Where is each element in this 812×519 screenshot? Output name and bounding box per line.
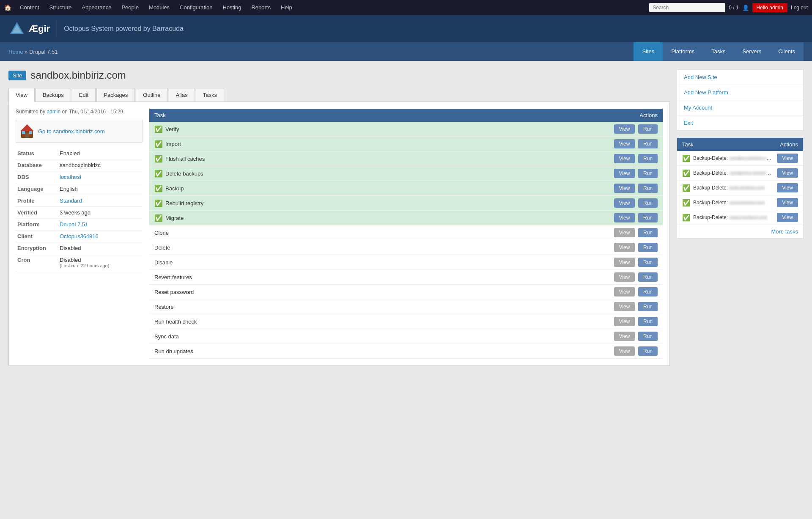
- view-button[interactable]: View: [614, 332, 635, 341]
- profile-link[interactable]: Standard: [60, 198, 82, 204]
- nav-configuration[interactable]: Configuration: [175, 0, 217, 15]
- site-badge: Site: [8, 71, 26, 80]
- run-button[interactable]: Run: [638, 287, 658, 297]
- info-label-database: Database: [16, 159, 58, 171]
- run-button[interactable]: Run: [638, 124, 658, 134]
- tab-packages[interactable]: Packages: [96, 88, 135, 102]
- site-link[interactable]: Go to sandbox.binbiriz.com: [38, 128, 105, 135]
- sidebar-view-button[interactable]: View: [777, 154, 798, 163]
- sidebar-check-icon: ✅: [682, 169, 691, 177]
- nav-items: Content Structure Appearance People Modu…: [15, 0, 649, 15]
- tab-edit[interactable]: Edit: [72, 88, 96, 102]
- task-name-cell: ✅Import: [149, 137, 417, 151]
- tab-alias[interactable]: Alias: [169, 88, 195, 102]
- view-button[interactable]: View: [614, 184, 635, 193]
- run-button[interactable]: Run: [638, 198, 658, 208]
- sidebar-check-icon: ✅: [682, 199, 691, 207]
- breadcrumb-home[interactable]: Home: [8, 49, 23, 55]
- nav-hosting[interactable]: Hosting: [217, 0, 246, 15]
- nav-reports[interactable]: Reports: [246, 0, 276, 15]
- run-button[interactable]: Run: [638, 169, 658, 178]
- info-row-cron: Cron Disabled (Last run: 22 hours ago): [16, 254, 143, 271]
- task-name-cell: Revert features: [149, 270, 417, 285]
- view-button[interactable]: View: [614, 317, 635, 326]
- run-button[interactable]: Run: [638, 272, 658, 282]
- tab-tasks-sub[interactable]: Tasks: [196, 88, 224, 102]
- view-button[interactable]: View: [614, 243, 635, 252]
- task-name: ✅Import: [154, 140, 412, 148]
- view-button[interactable]: View: [614, 346, 635, 356]
- view-button[interactable]: View: [614, 258, 635, 267]
- run-button[interactable]: Run: [638, 258, 658, 267]
- task-name-cell: Clone: [149, 225, 417, 240]
- run-button[interactable]: Run: [638, 139, 658, 148]
- run-button[interactable]: Run: [638, 317, 658, 326]
- view-button[interactable]: View: [614, 272, 635, 282]
- task-name: Delete: [154, 244, 170, 251]
- run-button[interactable]: Run: [638, 243, 658, 252]
- view-button[interactable]: View: [614, 228, 635, 237]
- view-button[interactable]: View: [614, 154, 635, 163]
- more-tasks-link[interactable]: More tasks: [677, 225, 803, 238]
- tab-view[interactable]: View: [8, 88, 35, 102]
- task-row: ✅Verify View Run: [149, 122, 663, 137]
- tab-sites[interactable]: Sites: [634, 42, 663, 61]
- client-link[interactable]: Octopus364916: [60, 233, 99, 239]
- run-button[interactable]: Run: [638, 332, 658, 341]
- check-icon: ✅: [154, 155, 163, 163]
- run-button[interactable]: Run: [638, 154, 658, 163]
- sidebar-task-label: Backup-Delete: sandbox.binbiriz.com: [693, 155, 773, 161]
- view-button[interactable]: View: [614, 124, 635, 134]
- nav-help[interactable]: Help: [276, 0, 297, 15]
- tab-tasks[interactable]: Tasks: [703, 42, 734, 61]
- tasks-table-header: Task Actions: [149, 109, 663, 122]
- logout-button[interactable]: Log out: [791, 5, 808, 11]
- exit-link[interactable]: Exit: [677, 115, 803, 130]
- brand-name: Ægir: [29, 23, 50, 34]
- sidebar-check-icon: ✅: [682, 214, 691, 222]
- add-new-site-link[interactable]: Add New Site: [677, 70, 803, 85]
- col-task: Task: [149, 109, 417, 122]
- my-account-link[interactable]: My Account: [677, 100, 803, 115]
- task-name-cell: ✅Delete backups: [149, 166, 417, 181]
- sidebar-view-button[interactable]: View: [777, 168, 798, 178]
- svg-rect-5: [22, 131, 25, 134]
- nav-people[interactable]: People: [116, 0, 143, 15]
- tab-clients[interactable]: Clients: [770, 42, 804, 61]
- run-button[interactable]: Run: [638, 346, 658, 356]
- task-row: Run db updates View Run: [149, 344, 663, 359]
- view-button[interactable]: View: [614, 139, 635, 148]
- tab-backups[interactable]: Backups: [36, 88, 71, 102]
- run-button[interactable]: Run: [638, 184, 658, 193]
- add-new-platform-link[interactable]: Add New Platform: [677, 85, 803, 100]
- cron-last-run: (Last run: 22 hours ago): [60, 263, 141, 268]
- col-actions: Actions: [417, 109, 663, 122]
- view-button[interactable]: View: [614, 302, 635, 311]
- nav-structure[interactable]: Structure: [44, 0, 77, 15]
- tab-platforms[interactable]: Platforms: [663, 42, 703, 61]
- hello-admin-button[interactable]: Hello admin: [752, 3, 787, 12]
- view-button[interactable]: View: [614, 198, 635, 208]
- search-input[interactable]: [649, 3, 725, 12]
- tab-outline[interactable]: Outline: [136, 88, 167, 102]
- tab-servers[interactable]: Servers: [734, 42, 770, 61]
- sidebar-view-button[interactable]: View: [777, 183, 798, 192]
- home-icon[interactable]: 🏠: [4, 4, 11, 11]
- dbs-link[interactable]: localhost: [60, 174, 81, 180]
- view-button[interactable]: View: [614, 287, 635, 297]
- nav-appearance[interactable]: Appearance: [77, 0, 116, 15]
- run-button[interactable]: Run: [638, 213, 658, 222]
- view-button[interactable]: View: [614, 169, 635, 178]
- nav-modules[interactable]: Modules: [144, 0, 175, 15]
- platform-link[interactable]: Drupal 7.51: [60, 221, 88, 228]
- run-button[interactable]: Run: [638, 228, 658, 237]
- view-button[interactable]: View: [614, 213, 635, 222]
- tasks-section: Task Actions ✅Verify View Run ✅Import Vi…: [149, 109, 663, 359]
- nav-content[interactable]: Content: [15, 0, 44, 15]
- sidebar-task-row: ✅ Backup-Delete: status.binbiriz.com Vie…: [677, 210, 803, 225]
- submitted-user-link[interactable]: admin: [47, 109, 60, 115]
- task-name: Reset password: [154, 289, 194, 295]
- sidebar-view-button[interactable]: View: [777, 198, 798, 207]
- run-button[interactable]: Run: [638, 302, 658, 311]
- sidebar-view-button[interactable]: View: [777, 213, 798, 222]
